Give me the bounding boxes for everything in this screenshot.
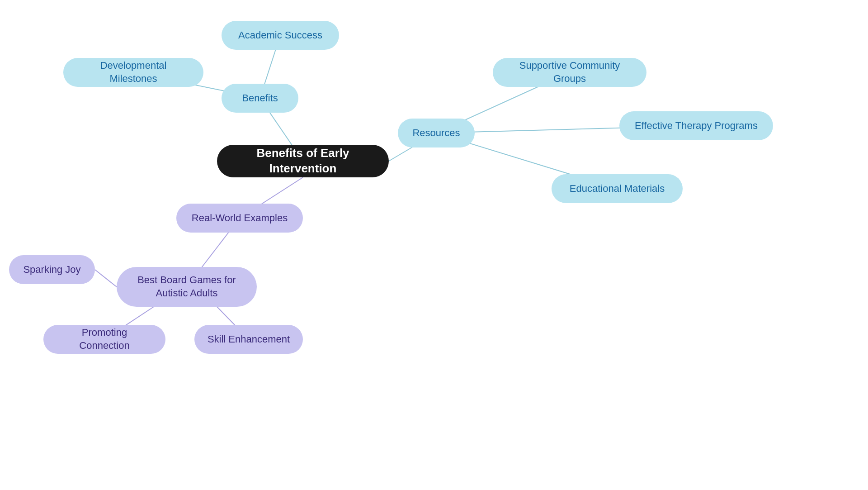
supportive-community-node[interactable]: Supportive Community Groups [493,58,646,87]
sparking-joy-node[interactable]: Sparking Joy [9,255,95,284]
benefits-node[interactable]: Benefits [222,84,298,113]
svg-line-9 [95,270,117,287]
educational-materials-node[interactable]: Educational Materials [552,174,683,203]
real-world-examples-node[interactable]: Real-World Examples [176,204,303,233]
effective-therapy-node[interactable]: Effective Therapy Programs [619,111,773,140]
resources-node[interactable]: Resources [398,119,475,147]
best-board-games-node[interactable]: Best Board Games for Autistic Adults [117,267,257,307]
skill-enhancement-node[interactable]: Skill Enhancement [194,325,303,354]
promoting-connection-node[interactable]: Promoting Connection [43,325,165,354]
academic-success-node[interactable]: Academic Success [222,21,339,50]
center-node[interactable]: Benefits of Early Intervention [217,145,389,177]
dev-milestones-node[interactable]: Developmental Milestones [63,58,203,87]
